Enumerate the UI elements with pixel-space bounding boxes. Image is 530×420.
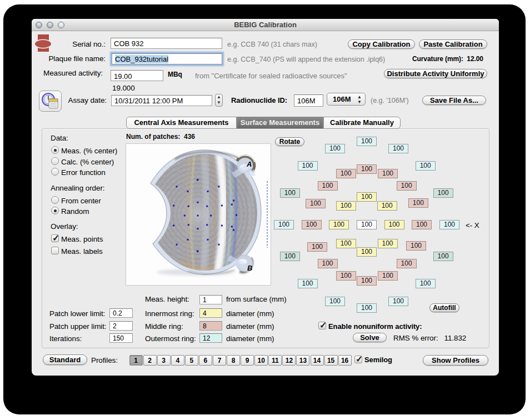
svg-text:A: A [246,160,252,168]
svg-text:B: B [247,264,252,272]
